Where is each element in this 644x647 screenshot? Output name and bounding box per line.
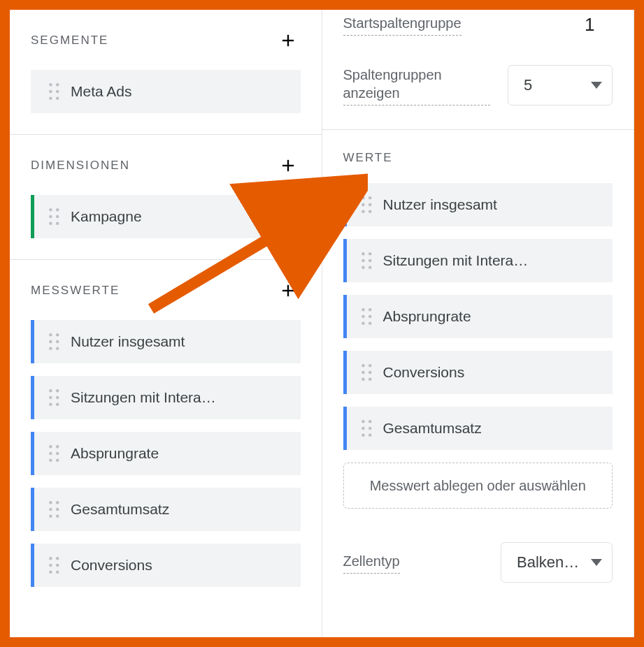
chip-label: Sitzungen mit Intera… xyxy=(71,389,288,406)
left-column: SEGMENTE Meta Ads DIMENSIONEN Kampagne M… xyxy=(10,10,322,637)
chip-accent xyxy=(31,544,34,587)
setting-show-col-groups: Spaltengruppen anzeigen 5 xyxy=(322,58,634,112)
chip-item[interactable]: Nutzer insgesamt xyxy=(31,320,301,363)
chip-item[interactable]: Meta Ads xyxy=(31,70,301,113)
chip-item[interactable]: Gesamtumsatz xyxy=(343,407,613,450)
segments-list: Meta Ads xyxy=(31,70,301,113)
chip-item[interactable]: Sitzungen mit Intera… xyxy=(31,376,301,419)
plus-icon xyxy=(278,281,298,300)
chip-accent xyxy=(343,183,347,226)
chip-item[interactable]: Kampagne xyxy=(31,195,301,238)
section-values: WERTE Nutzer insgesamtSitzungen mit Inte… xyxy=(322,130,634,530)
start-col-group-value[interactable]: 1 xyxy=(585,14,613,36)
chevron-down-icon xyxy=(591,82,602,89)
metric-dropzone[interactable]: Messwert ablegen oder auswählen xyxy=(343,463,613,509)
chip-label: Conversions xyxy=(71,557,288,574)
chip-accent xyxy=(343,351,347,394)
dimensions-title: DIMENSIONEN xyxy=(31,159,130,173)
drag-handle-icon[interactable] xyxy=(48,388,61,407)
chip-label: Gesamtumsatz xyxy=(71,501,288,518)
chip-accent xyxy=(31,488,34,531)
values-list: Nutzer insgesamtSitzungen mit Intera…Abs… xyxy=(343,183,613,450)
section-dimensions: DIMENSIONEN Kampagne xyxy=(10,135,322,260)
drag-handle-icon[interactable] xyxy=(48,332,61,351)
drag-handle-icon[interactable] xyxy=(48,500,61,519)
section-metrics: MESSWERTE Nutzer insgesamtSitzungen mit … xyxy=(10,260,322,608)
drag-handle-icon[interactable] xyxy=(361,195,373,215)
drag-handle-icon[interactable] xyxy=(361,251,373,270)
chip-label: Conversions xyxy=(383,364,601,381)
show-col-groups-value: 5 xyxy=(524,76,532,94)
drag-handle-icon[interactable] xyxy=(48,82,61,101)
chip-item[interactable]: Gesamtumsatz xyxy=(31,488,301,531)
chip-label: Kampagne xyxy=(71,208,288,225)
chip-item[interactable]: Absprungrate xyxy=(31,432,301,475)
chip-label: Nutzer insgesamt xyxy=(383,196,601,213)
start-col-group-label: Startspaltengruppe xyxy=(343,14,461,36)
section-segments: SEGMENTE Meta Ads xyxy=(10,10,322,135)
chip-label: Absprungrate xyxy=(71,445,288,462)
chip-label: Sitzungen mit Intera… xyxy=(383,252,601,269)
segments-title: SEGMENTE xyxy=(31,34,108,48)
add-dimension-button[interactable] xyxy=(276,153,301,178)
show-col-groups-label: Spaltengruppen anzeigen xyxy=(343,66,490,106)
chip-label: Absprungrate xyxy=(383,308,601,325)
chip-accent xyxy=(31,432,34,475)
chip-item[interactable]: Conversions xyxy=(31,544,301,587)
metrics-list: Nutzer insgesamtSitzungen mit Intera…Abs… xyxy=(31,320,301,587)
setting-cell-type: Zellentyp Balken… xyxy=(322,535,634,590)
cell-type-value: Balken… xyxy=(517,553,579,572)
chip-accent xyxy=(31,376,34,419)
chip-accent xyxy=(343,407,347,450)
show-col-groups-dropdown[interactable]: 5 xyxy=(508,65,613,106)
cell-type-label: Zellentyp xyxy=(343,552,400,574)
chip-label: Gesamtumsatz xyxy=(383,420,601,437)
chip-accent xyxy=(31,320,34,363)
dimensions-list: Kampagne xyxy=(31,195,301,238)
plus-icon xyxy=(278,156,298,175)
chip-label: Nutzer insgesamt xyxy=(71,333,288,350)
chevron-down-icon xyxy=(591,559,602,566)
drag-handle-icon[interactable] xyxy=(48,555,61,575)
chip-item[interactable]: Absprungrate xyxy=(343,295,613,338)
drag-handle-icon[interactable] xyxy=(48,444,61,463)
drag-handle-icon[interactable] xyxy=(48,207,61,226)
cell-type-dropdown[interactable]: Balken… xyxy=(501,542,613,583)
chip-accent xyxy=(343,239,347,282)
drag-handle-icon[interactable] xyxy=(361,307,373,326)
drag-handle-icon[interactable] xyxy=(361,419,373,438)
chip-item[interactable]: Nutzer insgesamt xyxy=(343,183,613,226)
metrics-title: MESSWERTE xyxy=(31,284,120,298)
right-column: Startspaltengruppe 1 Spaltengruppen anze… xyxy=(322,10,635,637)
chip-accent xyxy=(31,70,34,113)
chip-accent xyxy=(31,195,34,238)
chip-item[interactable]: Conversions xyxy=(343,351,613,394)
setting-start-col-group: Startspaltengruppe 1 xyxy=(322,10,634,43)
chip-accent xyxy=(343,295,347,338)
drag-handle-icon[interactable] xyxy=(361,363,373,382)
plus-icon xyxy=(278,31,298,50)
add-segment-button[interactable] xyxy=(276,28,301,53)
chip-label: Meta Ads xyxy=(71,83,288,100)
values-title: WERTE xyxy=(343,151,393,165)
chip-item[interactable]: Sitzungen mit Intera… xyxy=(343,239,613,282)
add-metric-button[interactable] xyxy=(276,278,301,303)
